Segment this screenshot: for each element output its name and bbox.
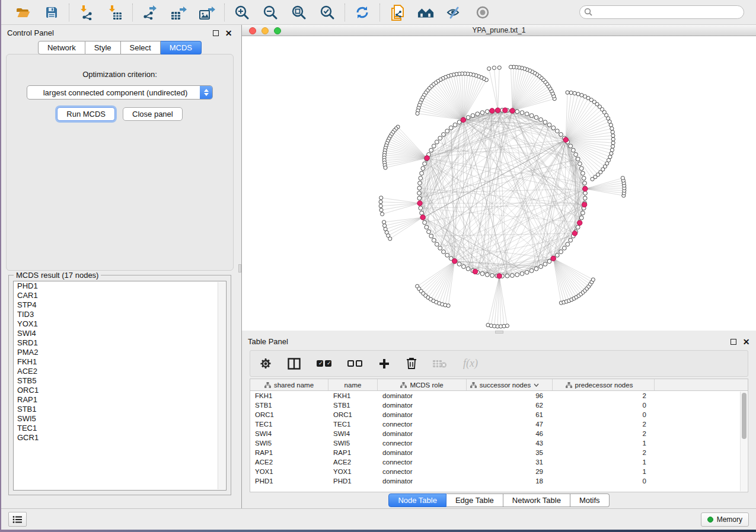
hide-unselected-icon[interactable] (446, 4, 462, 21)
open-file-icon[interactable] (15, 4, 31, 21)
memory-button[interactable]: Memory (701, 512, 749, 527)
close-panel-button[interactable]: Close panel (123, 107, 183, 121)
column-header-successor-nodes[interactable]: successor nodes (467, 379, 553, 390)
graph-node[interactable] (515, 110, 519, 114)
graph-node[interactable] (579, 216, 583, 220)
add-column-icon[interactable] (378, 358, 390, 370)
zoom-out-icon[interactable] (262, 4, 279, 21)
graph-node[interactable] (423, 162, 427, 166)
graph-node[interactable] (562, 246, 566, 250)
graph-node[interactable] (510, 108, 515, 113)
splitter-grip[interactable] (238, 264, 241, 273)
graph-node[interactable] (419, 206, 423, 210)
mcds-result-item[interactable]: SRD1 (14, 338, 226, 348)
zoom-in-icon[interactable] (234, 4, 250, 21)
graph-node[interactable] (471, 114, 475, 118)
graph-node[interactable] (487, 67, 491, 70)
graph-node[interactable] (505, 274, 509, 278)
graph-node[interactable] (485, 273, 489, 277)
graph-node[interactable] (492, 66, 496, 69)
graph-node[interactable] (388, 237, 392, 241)
graph-node[interactable] (569, 91, 573, 94)
graph-node[interactable] (490, 274, 495, 278)
graph-node[interactable] (621, 176, 624, 180)
graph-node[interactable] (582, 202, 586, 207)
mcds-result-item[interactable]: FKH1 (14, 357, 226, 367)
graph-node[interactable] (611, 130, 614, 134)
table-row[interactable]: STB1STB1dominator620 (250, 400, 748, 410)
graph-node[interactable] (442, 250, 446, 254)
mcds-result-item[interactable]: STP4 (14, 300, 226, 310)
search-input[interactable] (579, 5, 744, 19)
table-row[interactable]: ACE2ACE2connector311 (250, 457, 748, 467)
table-panel-close-icon[interactable]: ✕ (742, 338, 750, 345)
graph-node[interactable] (417, 201, 422, 206)
mcds-result-item[interactable]: CAR1 (14, 291, 226, 300)
tab-network-table[interactable]: Network Table (503, 493, 570, 507)
export-network-icon[interactable] (142, 4, 158, 21)
graph-node[interactable] (539, 118, 543, 122)
run-mcds-button[interactable]: Run MCDS (57, 107, 115, 121)
graph-node[interactable] (461, 117, 465, 122)
tab-motifs[interactable]: Motifs (570, 493, 610, 507)
export-table-icon[interactable] (170, 4, 187, 21)
table-row[interactable]: FKH1FKH1dominator962 (250, 391, 748, 400)
graph-node[interactable] (432, 238, 436, 242)
table-settings-gear-icon[interactable] (260, 358, 272, 370)
graph-node[interactable] (379, 204, 382, 208)
graph-node[interactable] (466, 267, 470, 271)
column-header-predecessor-nodes[interactable]: predecessor nodes (553, 379, 655, 390)
mcds-result-item[interactable]: GCR1 (14, 433, 226, 443)
import-network-icon[interactable] (78, 4, 95, 21)
graph-node[interactable] (442, 133, 446, 137)
graph-node[interactable] (503, 108, 508, 113)
graph-node[interactable] (462, 265, 466, 269)
table-scrollbar[interactable] (740, 392, 747, 491)
splitter-grip[interactable] (495, 331, 503, 334)
tab-style[interactable]: Style (85, 41, 121, 55)
deselect-all-rows-icon[interactable] (347, 360, 362, 367)
export-image-icon[interactable] (199, 4, 215, 21)
graph-node[interactable] (466, 116, 470, 120)
graph-node[interactable] (418, 181, 422, 185)
graph-node[interactable] (511, 274, 515, 278)
graph-node[interactable] (497, 274, 502, 278)
minimize-window-icon[interactable] (261, 27, 269, 34)
graph-node[interactable] (420, 215, 425, 220)
graph-node[interactable] (382, 220, 386, 224)
tab-edge-table[interactable]: Edge Table (446, 493, 503, 507)
table-row[interactable]: YOX1YOX1connector291 (250, 467, 748, 476)
graph-node[interactable] (576, 92, 580, 96)
graph-node[interactable] (429, 148, 433, 152)
tab-network[interactable]: Network (38, 41, 85, 55)
column-header-MCDS-role[interactable]: MCDS role (378, 379, 467, 390)
select-all-rows-icon[interactable] (317, 360, 331, 367)
graph-node[interactable] (551, 256, 556, 261)
graph-node[interactable] (446, 304, 450, 307)
graph-node[interactable] (379, 196, 383, 200)
horizontal-splitter[interactable] (242, 331, 756, 334)
graph-node[interactable] (520, 111, 524, 115)
graph-node[interactable] (416, 111, 419, 115)
graph-node[interactable] (452, 259, 457, 264)
graph-node[interactable] (610, 127, 614, 130)
graph-node[interactable] (555, 253, 559, 257)
mcds-result-item[interactable]: STB5 (14, 376, 226, 386)
graph-node[interactable] (485, 110, 489, 114)
graph-node[interactable] (420, 171, 424, 175)
graph-node[interactable] (453, 123, 457, 127)
graph-node[interactable] (573, 91, 576, 95)
tab-node-table[interactable]: Node Table (388, 493, 446, 507)
graph-node[interactable] (539, 265, 543, 269)
group-nodes-icon[interactable] (417, 4, 434, 21)
tab-select[interactable]: Select (121, 41, 161, 55)
graph-node[interactable] (425, 156, 429, 161)
graph-node[interactable] (563, 137, 568, 142)
graph-node[interactable] (417, 196, 422, 200)
mcds-result-item[interactable]: STB1 (14, 405, 226, 414)
graph-node[interactable] (449, 126, 453, 130)
graph-node[interactable] (420, 211, 424, 215)
graph-node[interactable] (576, 225, 580, 229)
mcds-result-item[interactable]: TID3 (14, 310, 226, 319)
graph-node[interactable] (610, 148, 614, 152)
